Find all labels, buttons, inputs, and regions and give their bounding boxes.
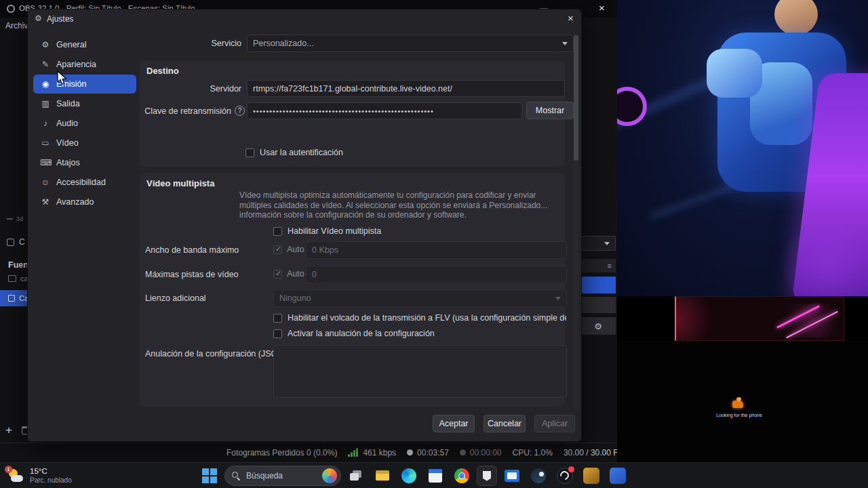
scrollbar-thumb[interactable] bbox=[574, 35, 578, 161]
notification-badge bbox=[568, 466, 574, 472]
auto-checkbox[interactable]: ✓ bbox=[273, 245, 282, 254]
override-checkbox-label: Activar la anulación de la configuración bbox=[288, 329, 435, 338]
override-checkbox-row[interactable]: Activar la anulación de la configuración bbox=[273, 329, 435, 338]
override-checkbox[interactable] bbox=[273, 329, 282, 338]
sidebar-item-avanzado[interactable]: ⚒ Avanzado bbox=[33, 192, 136, 211]
accept-button[interactable]: Aceptar bbox=[433, 415, 475, 432]
chevron-down-icon bbox=[562, 42, 568, 45]
sidebar-item-atajos[interactable]: ⌨ Atajos bbox=[33, 153, 136, 172]
taskbar-icon-game-gold[interactable] bbox=[580, 464, 603, 487]
cpu-status: CPU: 1.0% bbox=[513, 448, 553, 458]
close-window-button[interactable]: × bbox=[599, 2, 605, 14]
max-bandwidth-label: Ancho de banda máximo bbox=[145, 245, 239, 255]
source-item-1[interactable]: ca bbox=[8, 274, 28, 283]
dock-panel-row[interactable]: C bbox=[7, 237, 25, 247]
server-input[interactable]: rtmps://fa723fc1b171.global-contribute.l… bbox=[247, 80, 565, 97]
max-tracks-label: Máximas pistas de vídeo bbox=[145, 270, 239, 279]
dock-menu-icon[interactable]: ≡ bbox=[608, 262, 612, 270]
auto-label: Auto bbox=[287, 245, 304, 254]
gear-icon: ⚙ bbox=[40, 40, 51, 49]
taskbar-icon-blue-app[interactable] bbox=[606, 464, 629, 487]
character-head bbox=[774, 0, 818, 35]
stream-key-input[interactable]: ••••••••••••••••••••••••••••••••••••••••… bbox=[247, 102, 522, 119]
json-override-textarea[interactable] bbox=[273, 345, 567, 398]
enable-multitrack-row[interactable]: Habilitar Vídeo multipista bbox=[273, 226, 381, 236]
search-icon bbox=[232, 472, 241, 481]
weather-widget[interactable]: 1 15°C Parc. nublado bbox=[7, 465, 72, 487]
sidebar-item-label: Accesibilidad bbox=[56, 178, 106, 187]
sources-toolbar: + bbox=[5, 424, 29, 436]
game-art-panel bbox=[617, 0, 868, 296]
record-time-status: 00:00:00 bbox=[460, 448, 502, 458]
cancel-button[interactable]: Cancelar bbox=[484, 415, 526, 432]
search-box[interactable]: Búsqueda bbox=[224, 466, 341, 486]
sidebar-item-emision[interactable]: ◉ Emisión bbox=[33, 75, 136, 94]
sidebar-item-general[interactable]: ⚙ General bbox=[33, 35, 136, 54]
enable-multitrack-checkbox[interactable] bbox=[273, 227, 282, 236]
show-key-button[interactable]: Mostrar bbox=[526, 102, 574, 119]
help-icon[interactable]: ? bbox=[235, 106, 245, 116]
start-streaming-button[interactable] bbox=[580, 277, 616, 293]
chevron-down-icon bbox=[604, 242, 610, 245]
taskbar-icon-obs[interactable] bbox=[553, 464, 576, 487]
source-item-2-selected[interactable]: Ca bbox=[0, 290, 28, 306]
lens-ring-icon bbox=[617, 87, 647, 126]
menu-file[interactable]: Archiv bbox=[5, 21, 28, 30]
broadcast-icon: ◉ bbox=[40, 79, 51, 89]
status-bar: Fotogramas Perdidos 0 (0.0%) 461 kbps 00… bbox=[226, 443, 629, 462]
paintbrush-icon: ✎ bbox=[40, 60, 51, 69]
extra-canvas-select[interactable]: Ninguno bbox=[273, 289, 567, 307]
sidebar-item-apariencia[interactable]: ✎ Apariencia bbox=[33, 55, 136, 74]
max-tracks-input[interactable]: 0 bbox=[306, 266, 567, 283]
taskbar-icon-outlook[interactable] bbox=[500, 464, 524, 487]
auth-checkbox[interactable] bbox=[245, 148, 254, 157]
taskbar-icon-task-view[interactable] bbox=[344, 464, 368, 487]
max-tracks-auto[interactable]: ✓ Auto bbox=[273, 269, 304, 279]
hud-sprite bbox=[732, 401, 743, 408]
apply-button[interactable]: Aplicar bbox=[534, 415, 575, 432]
add-source-button[interactable]: + bbox=[5, 424, 12, 436]
character-shoulder bbox=[707, 49, 762, 98]
taskbar-icon-steam[interactable] bbox=[527, 464, 550, 487]
auto-checkbox[interactable]: ✓ bbox=[273, 270, 282, 279]
start-button[interactable] bbox=[198, 464, 221, 487]
sidebar-item-audio[interactable]: ♪ Audio bbox=[33, 114, 136, 133]
search-highlight-icon bbox=[322, 468, 337, 483]
dialog-close-button[interactable]: × bbox=[568, 12, 574, 24]
sidebar-item-salida[interactable]: ▥ Salida bbox=[33, 94, 136, 113]
sidebar-item-accesibilidad[interactable]: ☺ Accesibilidad bbox=[33, 173, 136, 192]
stream-time-status: 00:03:57 bbox=[407, 448, 449, 458]
sidebar-item-video[interactable]: ▭ Vídeo bbox=[33, 134, 136, 152]
controls-button[interactable] bbox=[580, 297, 616, 313]
taskbar-icon-file-explorer[interactable] bbox=[371, 464, 394, 487]
flv-checkbox-row[interactable]: Habilitar el volcado de la transmisión a… bbox=[273, 313, 566, 323]
multitrack-description: Vídeo multipista optimiza automáticament… bbox=[239, 190, 564, 220]
weather-icon: 1 bbox=[7, 468, 24, 484]
max-bandwidth-input[interactable]: 0 Kbps bbox=[306, 241, 567, 259]
dialog-scrollbar[interactable] bbox=[574, 34, 578, 411]
search-placeholder: Búsqueda bbox=[246, 471, 317, 481]
taskbar: 1 15°C Parc. nublado Búsqueda bbox=[0, 462, 868, 488]
windows-logo-icon bbox=[202, 468, 217, 483]
speaker-icon: ♪ bbox=[40, 119, 51, 128]
extra-canvas-label: Lienzo adicional bbox=[145, 293, 206, 303]
scene-transition-select[interactable] bbox=[580, 236, 616, 251]
auto-label: Auto bbox=[287, 269, 304, 279]
taskbar-icon-calendar[interactable] bbox=[424, 464, 447, 487]
taskbar-icon-chrome[interactable] bbox=[450, 464, 473, 487]
settings-quick-button[interactable]: ⚙ bbox=[580, 317, 616, 335]
stream-icon bbox=[407, 449, 413, 455]
taskbar-icon-epic-games[interactable] bbox=[477, 466, 497, 486]
weather-condition: Parc. nublado bbox=[30, 476, 72, 485]
max-bandwidth-auto[interactable]: ✓ Auto bbox=[273, 245, 304, 254]
flv-checkbox[interactable] bbox=[273, 314, 282, 323]
sidebar-item-label: Apariencia bbox=[56, 60, 96, 69]
taskbar-icon-edge[interactable] bbox=[397, 464, 420, 487]
sidebar-item-label: Avanzado bbox=[56, 197, 94, 207]
service-label: Servicio bbox=[143, 39, 241, 48]
chevron-down-icon bbox=[555, 297, 561, 300]
purple-glow bbox=[773, 224, 868, 296]
auth-checkbox-row[interactable]: Usar la autentificación bbox=[245, 148, 343, 157]
multitrack-heading: Vídeo multipista bbox=[146, 178, 214, 188]
service-select[interactable]: Personalizado... bbox=[247, 35, 574, 52]
